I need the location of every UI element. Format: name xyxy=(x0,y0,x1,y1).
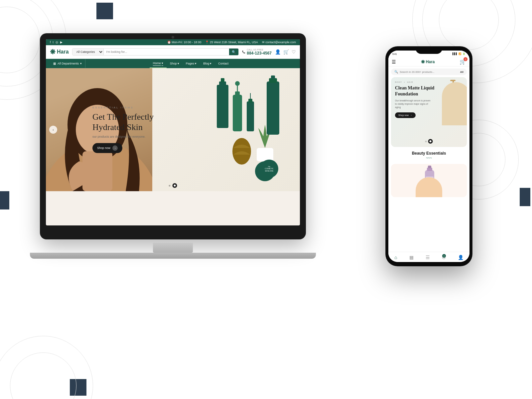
cart-wrapper[interactable]: 🛒 xyxy=(283,49,289,55)
phone-shop-arrow: → xyxy=(410,114,412,116)
user-icon[interactable]: 👤 xyxy=(275,49,281,55)
home-chevron: ▾ xyxy=(162,62,163,65)
phone-dot-1[interactable] xyxy=(425,141,427,142)
phone-menu-icon[interactable]: ☰ xyxy=(392,59,396,65)
hero-dot-2-active[interactable] xyxy=(173,183,177,188)
logo-text: Hara xyxy=(57,49,69,55)
svg-rect-4 xyxy=(217,85,228,128)
departments-label: All Departments xyxy=(58,62,79,65)
nav-departments[interactable]: ▦ All Departments ▾ xyxy=(50,59,85,68)
phone-search-filter[interactable]: All xyxy=(460,70,464,73)
svg-rect-27 xyxy=(450,80,456,81)
phone-nav-menu[interactable]: ☰ xyxy=(426,255,430,260)
phone-product-card[interactable] xyxy=(391,164,467,197)
beauty-title: Beauty Essentials xyxy=(391,151,467,156)
phone-wrapper: 9:41 ▌▌▌ 📶 🔋 ☰ ❋ Hara 🛒 0 xyxy=(386,47,472,273)
phone-hero-dots xyxy=(425,139,433,144)
hero-description: our products are designed for everyone. xyxy=(92,135,154,139)
nav-item-contact[interactable]: Contact xyxy=(215,59,232,68)
hero-prev-arrow[interactable]: ‹ xyxy=(49,126,57,134)
nav-item-home[interactable]: Home ▾ xyxy=(150,59,167,68)
site-topbar: f t ◎ ▶ ⏰ Mon-Fri: 10:00 - 18:00 📍 25 We… xyxy=(46,39,300,45)
search-button[interactable]: 🔍 xyxy=(229,49,238,55)
topbar-email: ✉ contact@example.com xyxy=(262,41,296,44)
phone-search-icon: 🔍 xyxy=(394,70,398,73)
beauty-underline: ~~~ xyxy=(391,156,467,160)
bg-square-top-right xyxy=(96,3,113,19)
nav-item-blog[interactable]: Blog ▾ xyxy=(200,59,215,68)
departments-grid-icon: ▦ xyxy=(53,62,56,65)
search-bar[interactable]: All Categories 🔍 xyxy=(72,48,239,56)
phone-dot-2-active[interactable] xyxy=(428,139,433,144)
phone-icon: 📞 xyxy=(242,51,245,54)
twitter-icon[interactable]: t xyxy=(53,41,54,44)
youtube-icon[interactable]: ▶ xyxy=(60,41,63,44)
phone-nav-shop[interactable]: ▦ xyxy=(409,255,414,260)
hero-dot-1[interactable] xyxy=(169,185,171,187)
hero-dots xyxy=(169,183,177,188)
svg-rect-7 xyxy=(233,95,242,131)
phone-hero-tag-sep: • xyxy=(404,81,405,83)
nav-item-shop[interactable]: Shop ▾ xyxy=(167,59,183,68)
account-nav-icon: 👤 xyxy=(458,255,464,260)
phone-bottom-nav: ⌂ ▦ ☰ ⊙ 0 👤 xyxy=(388,252,469,262)
phone-search-input[interactable] xyxy=(400,70,459,73)
phone-logo-icon: ❋ xyxy=(421,59,425,65)
svg-rect-11 xyxy=(247,101,254,131)
phone-hero-tag1: BODY xyxy=(395,81,402,83)
wishlist-wrapper[interactable]: ♡ xyxy=(292,49,296,55)
topbar-hours: ⏰ Mon-Fri: 10:00 - 18:00 xyxy=(167,41,201,44)
phone-info: CALL US FREE 884-123-4567 xyxy=(247,49,272,56)
blog-chevron: ▾ xyxy=(210,62,211,65)
svg-rect-8 xyxy=(235,91,240,96)
facebook-icon[interactable]: f xyxy=(50,41,51,44)
phone-body: 9:41 ▌▌▌ 📶 🔋 ☰ ❋ Hara 🛒 0 xyxy=(386,47,472,266)
svg-rect-33 xyxy=(428,166,431,168)
shop-chevron: ▾ xyxy=(178,62,179,65)
laptop-screen: f t ◎ ▶ ⏰ Mon-Fri: 10:00 - 18:00 📍 25 We… xyxy=(46,39,300,225)
cart-icon[interactable]: 🛒 xyxy=(283,49,289,55)
phone-cart-wrapper[interactable]: 🛒 0 xyxy=(460,59,466,65)
svg-rect-20 xyxy=(267,81,279,135)
phone-number[interactable]: 884-123-4567 xyxy=(247,51,272,56)
phone-search[interactable]: 🔍 All xyxy=(391,68,467,75)
topbar-address: 📍 25 West 21th Street, Miami FL, USA xyxy=(205,41,258,44)
menu-nav-icon: ☰ xyxy=(426,255,430,260)
svg-point-10 xyxy=(235,81,240,86)
phone-nav-account[interactable]: 👤 xyxy=(458,255,464,260)
phone-hero-tag2: HAIR xyxy=(407,81,413,83)
svg-rect-15 xyxy=(257,148,273,161)
category-select[interactable]: All Categories xyxy=(72,49,104,55)
header-phone: 📞 CALL US FREE 884-123-4567 xyxy=(242,49,272,56)
wifi-icon: 📶 xyxy=(459,53,462,55)
instagram-icon[interactable]: ◎ xyxy=(56,41,58,44)
site-header: ❋ Hara All Categories 🔍 📞 CALL US FREE 8… xyxy=(46,45,300,59)
nav-item-pages[interactable]: Pages ▾ xyxy=(183,59,200,68)
departments-chevron: ▾ xyxy=(80,62,82,65)
laptop-wrapper: f t ◎ ▶ ⏰ Mon-Fri: 10:00 - 18:00 📍 25 We… xyxy=(40,33,306,273)
deco-circle-5 xyxy=(0,336,93,399)
phone-hero: BODY • HAIR Clean Matte Liquid Foundatio… xyxy=(391,77,467,147)
phone-hero-cta[interactable]: Shop now → xyxy=(395,112,416,118)
phone-time: 9:41 xyxy=(392,53,397,55)
hero-title: Get The Perfectly Hydrated Skin xyxy=(92,112,154,132)
logo-icon: ❋ xyxy=(50,48,56,56)
hero-content: ESSENSTIAL ITEMS Get The Perfectly Hydra… xyxy=(92,106,154,153)
site-nav: ▦ All Departments ▾ Home ▾ Shop ▾ Pages xyxy=(46,59,300,68)
nav-menu: Home ▾ Shop ▾ Pages ▾ Blog ▾ xyxy=(85,59,296,68)
wishlist-icon[interactable]: ♡ xyxy=(292,49,296,55)
search-input[interactable] xyxy=(104,49,229,55)
phone-logo[interactable]: ❋ Hara xyxy=(421,59,435,65)
bg-square-left-mid xyxy=(0,191,9,209)
laptop-stand xyxy=(153,243,193,253)
signal-icon: ▌▌▌ xyxy=(453,53,458,55)
phone-hero-arch-bg xyxy=(442,82,467,125)
hero-cta-button[interactable]: Shop now → xyxy=(92,143,122,153)
phone-nav-cart[interactable]: ⊙ 0 xyxy=(442,255,446,260)
deco-circle-6 xyxy=(439,0,499,50)
header-icons: 👤 🛒 ♡ xyxy=(275,49,296,55)
site-logo[interactable]: ❋ Hara xyxy=(50,48,69,56)
pages-chevron: ▾ xyxy=(195,62,197,65)
phone-nav-home[interactable]: ⌂ xyxy=(394,255,397,260)
phone-screen: 9:41 ▌▌▌ 📶 🔋 ☰ ❋ Hara 🛒 0 xyxy=(388,51,469,262)
